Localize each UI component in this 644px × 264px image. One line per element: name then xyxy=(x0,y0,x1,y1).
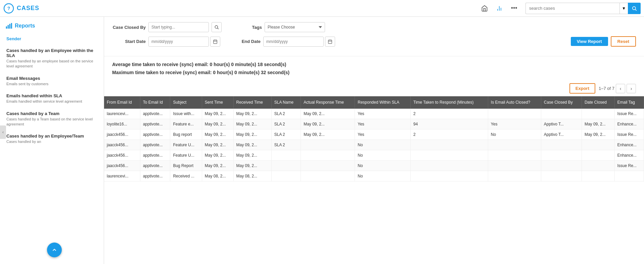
table-cell: jaacck456... xyxy=(104,129,140,140)
sidebar-item-employee-sla[interactable]: Cases handled by an Employee within the … xyxy=(0,45,104,72)
table-cell: apptivote... xyxy=(140,171,170,181)
sidebar-item-sender[interactable]: Sender xyxy=(0,33,104,45)
start-date-calendar-button[interactable] xyxy=(210,37,220,47)
sidebar-item-email-messages-desc: Emails sent by customers xyxy=(6,82,98,87)
table-cell: May 09, 2... xyxy=(233,109,271,119)
top-navigation: ? CASES ••• ▼ xyxy=(0,0,644,17)
table-header-row: From Email Id To Email Id Subject Sent T… xyxy=(104,96,644,109)
table-row[interactable]: jaacck456...apptivote...Feature U...May … xyxy=(104,140,644,150)
table-row[interactable]: loyolite16...apptivote...Feature e...May… xyxy=(104,119,644,129)
sidebar-item-emails-within-sla[interactable]: Emails handled within SLA Emails handled… xyxy=(0,90,104,107)
table-cell: Issue Re... xyxy=(614,109,644,119)
end-date-wrap xyxy=(263,37,335,47)
tags-select[interactable]: Please Choose xyxy=(265,22,325,32)
table-cell: May 09, 2... xyxy=(202,109,233,119)
table-cell: Apptivo T... xyxy=(541,129,582,140)
sidebar: Reports Sender Cases handled by an Emplo… xyxy=(0,17,104,264)
scroll-up-button[interactable] xyxy=(47,243,62,257)
col-case-closed-by: Case Closed By xyxy=(541,96,582,109)
home-button[interactable] xyxy=(478,2,491,14)
table-cell: SLA 2 xyxy=(271,129,301,140)
table-cell: apptivote... xyxy=(140,129,170,140)
svg-rect-8 xyxy=(8,25,9,29)
sidebar-item-emails-sla-desc: Emails handled within service level agre… xyxy=(6,99,98,104)
table-cell: apptivote... xyxy=(140,119,170,129)
col-auto-closed: Is Email Auto Closed? xyxy=(488,96,541,109)
end-date-calendar-button[interactable] xyxy=(325,37,335,47)
avg-time-stat: Average time taken to receive (sync) ema… xyxy=(112,62,636,67)
table-cell xyxy=(271,150,301,160)
more-button[interactable]: ••• xyxy=(508,2,520,14)
table-cell: 2 xyxy=(411,129,488,140)
table-cell: May 09, 2... xyxy=(301,109,355,119)
sidebar-item-team-cases[interactable]: Cases handled by a Team Cases handled by… xyxy=(0,108,104,130)
table-cell xyxy=(582,160,614,171)
svg-rect-17 xyxy=(328,40,332,43)
table-row[interactable]: jaacck456...apptivote...Feature U...May … xyxy=(104,150,644,160)
search-dropdown-button[interactable]: ▼ xyxy=(619,3,628,14)
end-date-input[interactable] xyxy=(263,37,324,47)
sidebar-header: Reports xyxy=(0,20,104,33)
search-submit-button[interactable] xyxy=(628,3,641,14)
table-cell: May 09, 2... xyxy=(582,119,614,129)
sidebar-reports-label: Reports xyxy=(15,23,35,29)
sidebar-item-email-messages[interactable]: Email Messages Emails sent by customers xyxy=(0,72,104,90)
export-button[interactable]: Export xyxy=(569,83,595,94)
app-title: CASES xyxy=(17,5,39,12)
svg-point-5 xyxy=(633,6,636,9)
col-actual-response: Actual Response Time xyxy=(301,96,355,109)
svg-rect-9 xyxy=(9,24,10,29)
table-cell: May 09, 2... xyxy=(301,119,355,129)
view-report-button[interactable]: View Report xyxy=(571,37,608,46)
table-cell: Yes xyxy=(355,109,411,119)
filter-row-2: Start Date En xyxy=(112,36,636,47)
sidebar-item-employee-team-desc: Cases handled by an xyxy=(6,139,98,144)
table-cell: May 09, 2... xyxy=(202,140,233,150)
table-cell: apptivote... xyxy=(140,109,170,119)
table-cell: apptivote... xyxy=(140,140,170,150)
table-cell xyxy=(488,160,541,171)
prev-page-button[interactable]: ‹ xyxy=(616,84,625,93)
sidebar-collapse-toggle[interactable]: ‹ xyxy=(0,125,6,139)
table-cell: SLA 2 xyxy=(271,140,301,150)
search-input[interactable] xyxy=(525,3,619,14)
table-row[interactable]: jaacck456...apptivote...Bug reportMay 09… xyxy=(104,129,644,140)
start-date-input[interactable] xyxy=(148,37,209,47)
end-date-label: End Date xyxy=(227,39,261,44)
next-page-button[interactable]: › xyxy=(627,84,636,93)
table-row[interactable]: laurencevi...apptivote...Issue with...Ma… xyxy=(104,109,644,119)
svg-text:?: ? xyxy=(7,6,10,11)
table-cell xyxy=(614,171,644,181)
table-cell: Issue Re... xyxy=(614,160,644,171)
table-cell xyxy=(301,171,355,181)
table-cell: jaacck456... xyxy=(104,150,140,160)
col-sent-time: Sent Time xyxy=(202,96,233,109)
col-email-tag: Email Tag xyxy=(614,96,644,109)
app-logo: ? CASES xyxy=(3,3,39,14)
table-cell xyxy=(411,140,488,150)
sidebar-item-employee-sla-desc: Cases handled by an employee based on th… xyxy=(6,59,98,69)
table-cell: Yes xyxy=(355,119,411,129)
table-row[interactable]: laurencevi...apptivote...Received ...May… xyxy=(104,171,644,181)
main-layout: Reports Sender Cases handled by an Emplo… xyxy=(0,17,644,264)
col-time-to-respond: Time Taken to Respond (Minutes) xyxy=(411,96,488,109)
action-buttons: View Report Reset xyxy=(571,36,636,47)
table-cell: No xyxy=(355,140,411,150)
stats-area: Average time taken to receive (sync) ema… xyxy=(104,56,644,81)
chart-button[interactable] xyxy=(493,2,505,14)
case-closed-by-search-button[interactable] xyxy=(212,22,222,32)
table-cell xyxy=(301,150,355,160)
sidebar-item-employee-team[interactable]: Cases handled by an Employee/Team Cases … xyxy=(0,130,104,148)
data-table-wrapper: From Email Id To Email Id Subject Sent T… xyxy=(104,96,644,188)
table-cell xyxy=(411,160,488,171)
pagination: 1–7 of 7 ‹ › xyxy=(599,84,636,93)
case-closed-by-input[interactable] xyxy=(148,22,209,32)
table-cell: May 09, 2... xyxy=(233,150,271,160)
col-to-email: To Email Id xyxy=(140,96,170,109)
table-cell: Bug Report xyxy=(170,160,202,171)
table-cell: May 09, 2... xyxy=(202,160,233,171)
end-date-group: End Date xyxy=(227,37,335,47)
reset-button[interactable]: Reset xyxy=(611,36,636,47)
table-row[interactable]: jaacck456...apptivote...Bug ReportMay 09… xyxy=(104,160,644,171)
sidebar-item-emails-sla-title: Emails handled within SLA xyxy=(6,93,98,98)
